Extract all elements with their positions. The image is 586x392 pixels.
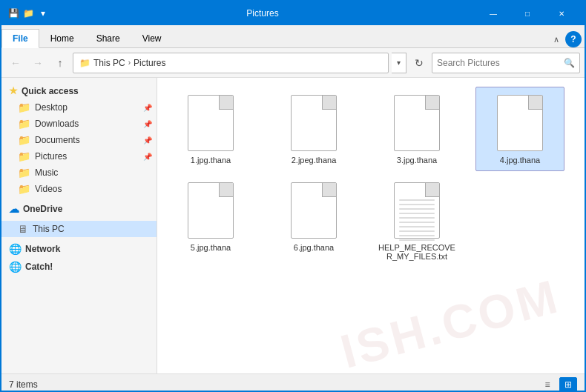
path-part-thispc: This PC xyxy=(93,58,125,68)
main-area: ★ Quick access 📁 Desktop 📌 📁 Downloads 📌… xyxy=(1,78,585,373)
sidebar-item-thispc[interactable]: 🖥 This PC xyxy=(1,221,157,237)
pictures-label: Pictures xyxy=(35,151,67,162)
quick-access-star-icon: ★ xyxy=(9,85,18,96)
file-shape-lines xyxy=(399,199,435,244)
file-icon xyxy=(390,93,444,153)
app-icon-save: 💾 xyxy=(7,7,19,19)
file-icon xyxy=(287,93,340,153)
pin-icon-downloads: 📌 xyxy=(143,120,152,128)
sidebar-item-desktop[interactable]: 📁 Desktop 📌 xyxy=(1,99,157,116)
documents-icon: 📁 xyxy=(18,134,30,146)
maximize-button[interactable]: □ xyxy=(510,1,544,25)
window-title: Pictures xyxy=(49,8,476,19)
onedrive-icon: ☁ xyxy=(9,203,19,215)
downloads-label: Downloads xyxy=(35,119,79,129)
sidebar-item-music[interactable]: 📁 Music xyxy=(1,165,157,181)
address-dropdown-button[interactable]: ▾ xyxy=(392,53,406,73)
pin-icon-documents: 📌 xyxy=(143,136,152,144)
file-item[interactable]: 3.jpg.thana xyxy=(372,87,461,171)
sidebar-section-quickaccess[interactable]: ★ Quick access xyxy=(1,82,157,99)
ribbon-tabs: File Home Share View ∧ ? xyxy=(1,25,585,47)
file-icon xyxy=(184,93,237,153)
sidebar-item-pictures[interactable]: 📁 Pictures 📌 xyxy=(1,148,157,165)
network-label: Network xyxy=(25,244,60,254)
pictures-icon: 📁 xyxy=(18,150,30,162)
catch-label: Catch! xyxy=(25,262,53,272)
file-icon xyxy=(493,93,547,153)
search-box[interactable]: 🔍 xyxy=(432,53,580,73)
videos-label: Videos xyxy=(35,184,62,194)
file-shape-icon xyxy=(188,182,234,239)
network-icon: 🌐 xyxy=(9,243,22,255)
desktop-icon: 📁 xyxy=(18,102,30,113)
sidebar-item-documents[interactable]: 📁 Documents 📌 xyxy=(1,132,157,148)
sidebar-item-catch[interactable]: 🌐 Catch! xyxy=(1,258,157,276)
refresh-button[interactable]: ↻ xyxy=(409,53,429,73)
thispc-label: This PC xyxy=(33,224,65,234)
sidebar: ★ Quick access 📁 Desktop 📌 📁 Downloads 📌… xyxy=(1,78,157,373)
grid-view-button[interactable]: ⊞ xyxy=(559,377,577,392)
music-icon: 📁 xyxy=(18,167,30,179)
file-name-label: 6.jpg.thana xyxy=(294,243,334,252)
file-item[interactable]: 6.jpg.thana xyxy=(269,174,358,268)
tab-home[interactable]: Home xyxy=(39,28,85,47)
up-button[interactable]: ↑ xyxy=(50,53,70,73)
title-bar-app-icons: 💾 📁 ▾ xyxy=(7,7,49,19)
close-button[interactable]: ✕ xyxy=(544,1,579,25)
file-area: 1.jpg.thana2.jpeg.thana3.jpg.thana4.jpg.… xyxy=(157,78,585,373)
window-controls: — □ ✕ xyxy=(476,1,579,25)
quick-access-label: Quick access xyxy=(22,86,79,96)
file-shape-icon xyxy=(497,95,543,151)
app-icon-arrow: ▾ xyxy=(37,7,49,19)
path-icon: 📁 xyxy=(79,58,90,68)
files-grid: 1.jpg.thana2.jpeg.thana3.jpg.thana4.jpg.… xyxy=(163,84,579,270)
downloads-icon: 📁 xyxy=(18,118,30,130)
path-part-pictures: Pictures xyxy=(134,58,165,68)
file-shape-icon xyxy=(394,95,440,151)
app-icon-folder: 📁 xyxy=(22,7,34,19)
tab-view[interactable]: View xyxy=(131,28,173,47)
item-count: 7 items xyxy=(9,379,38,390)
file-name-label: 3.jpg.thana xyxy=(397,156,437,165)
sidebar-item-network[interactable]: 🌐 Network xyxy=(1,240,157,258)
search-input[interactable] xyxy=(437,58,561,68)
file-item[interactable]: 1.jpg.thana xyxy=(166,87,255,171)
path-separator-1: › xyxy=(128,59,131,67)
file-item[interactable]: 5.jpg.thana xyxy=(166,174,255,268)
file-name-label: HELP_ME_RECOVER_MY_FILES.txt xyxy=(376,243,458,261)
back-button[interactable]: ← xyxy=(6,53,25,73)
tab-share[interactable]: Share xyxy=(85,28,131,47)
file-name-label: 4.jpg.thana xyxy=(500,156,540,165)
address-path[interactable]: 📁 This PC › Pictures xyxy=(73,53,389,73)
sidebar-item-downloads[interactable]: 📁 Downloads 📌 xyxy=(1,116,157,132)
file-shape-icon xyxy=(188,95,234,151)
ribbon-collapse-button[interactable]: ∧ xyxy=(547,32,565,47)
file-shape-icon xyxy=(291,182,337,239)
minimize-button[interactable]: — xyxy=(476,1,510,25)
file-item[interactable]: 4.jpg.thana xyxy=(475,87,564,171)
sidebar-item-onedrive[interactable]: ☁ OneDrive xyxy=(1,200,157,218)
list-view-button[interactable]: ≡ xyxy=(539,377,556,392)
pin-icon-pictures: 📌 xyxy=(143,153,152,161)
search-icon: 🔍 xyxy=(564,58,575,68)
address-bar: ← → ↑ 📁 This PC › Pictures ▾ ↻ 🔍 xyxy=(1,48,585,78)
desktop-label: Desktop xyxy=(35,102,68,113)
file-name-label: 1.jpg.thana xyxy=(191,156,231,165)
ribbon: File Home Share View ∧ ? xyxy=(1,25,585,48)
file-item[interactable]: HELP_ME_RECOVER_MY_FILES.txt xyxy=(372,174,461,268)
file-item[interactable]: 2.jpeg.thana xyxy=(269,87,358,171)
file-icon xyxy=(184,181,237,240)
forward-button[interactable]: → xyxy=(28,53,47,73)
status-bar: 7 items ≡ ⊞ xyxy=(1,373,585,392)
help-button[interactable]: ? xyxy=(565,31,582,47)
title-bar: 💾 📁 ▾ Pictures — □ ✕ xyxy=(1,1,585,25)
catch-icon: 🌐 xyxy=(9,261,22,273)
view-controls: ≡ ⊞ xyxy=(539,377,577,392)
file-name-label: 5.jpg.thana xyxy=(191,243,231,252)
file-icon xyxy=(390,181,444,240)
tab-file[interactable]: File xyxy=(1,29,39,48)
sidebar-item-videos[interactable]: 📁 Videos xyxy=(1,181,157,197)
music-label: Music xyxy=(35,167,58,178)
videos-icon: 📁 xyxy=(18,183,30,195)
file-icon xyxy=(287,181,340,240)
